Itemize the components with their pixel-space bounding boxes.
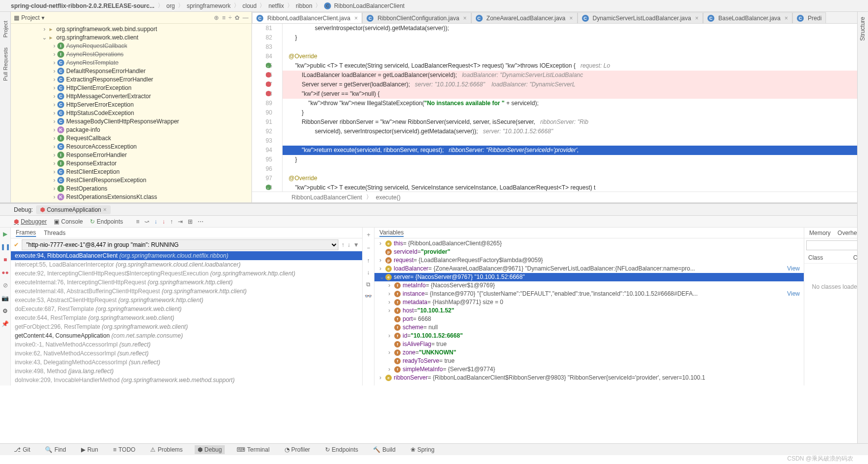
variable-row[interactable]: ›fhost = "10.100.1.52": [374, 307, 804, 315]
editor-tab[interactable]: CZoneAwareLoadBalancer.java×: [471, 12, 578, 23]
close-icon[interactable]: ×: [569, 15, 573, 22]
view-link[interactable]: View: [787, 265, 804, 273]
step-into-icon[interactable]: ↓: [154, 218, 157, 225]
tree-item[interactable]: ›IAsyncRequestCallback: [11, 41, 251, 50]
project-tool-tab[interactable]: Project: [1, 16, 9, 42]
variable-row[interactable]: ›fmetaInfo = {NacosServer$1@9769}: [374, 281, 804, 290]
locate-icon[interactable]: ⊕: [214, 14, 219, 21]
prev-frame-icon[interactable]: ↑: [341, 241, 344, 248]
status-problems[interactable]: ⚠Problems: [147, 445, 186, 454]
more-icon[interactable]: ⋯: [198, 218, 204, 225]
variable-row[interactable]: ›fmetadata = {HashMap@9771} size = 0: [374, 298, 804, 307]
editor-tab[interactable]: CRibbonLoadBalancerClient.java×: [252, 12, 362, 23]
step-out-icon[interactable]: ↑: [170, 218, 173, 225]
pull-requests-tab[interactable]: Pull Requests: [1, 42, 9, 86]
hide-icon[interactable]: —: [243, 14, 248, 21]
variable-row[interactable]: ›ethis = {RibbonLoadBalancerClient@8265}: [374, 239, 804, 248]
tree-item[interactable]: ›IAsyncRestOperations: [11, 50, 251, 58]
endpoints-tab[interactable]: ↻Endpoints: [90, 218, 123, 225]
stack-frame[interactable]: getContent:44, ConsumeApplication (com.n…: [11, 331, 362, 340]
threads-subtab[interactable]: Threads: [44, 230, 66, 236]
status-terminal[interactable]: ⌨Terminal: [234, 445, 272, 454]
variable-row[interactable]: ›fsimpleMetaInfo = {Server$1@9774}: [374, 365, 804, 374]
collapse-icon[interactable]: ÷: [228, 14, 232, 21]
resume-icon[interactable]: ▶: [3, 231, 7, 237]
evaluate-icon[interactable]: ⊞: [188, 218, 193, 225]
add-watch-icon[interactable]: ＋: [366, 231, 372, 239]
status-run[interactable]: ▶Run: [78, 445, 101, 454]
stack-frame[interactable]: intercept:55, LoadBalancerInterceptor (o…: [11, 260, 362, 269]
stack-frame[interactable]: doInvoke:209, InvocableHandlerMethod (or…: [11, 376, 362, 385]
editor-tab[interactable]: CDynamicServerListLoadBalancer.java×: [578, 12, 703, 23]
variable-row[interactable]: ⌄eserver = {NacosServer@9767} "10.100.1.…: [374, 273, 804, 281]
close-icon[interactable]: ×: [695, 15, 699, 22]
stack-frame[interactable]: execute:644, RestTemplate (org.springfra…: [11, 313, 362, 322]
force-step-icon[interactable]: ↓: [162, 218, 165, 225]
copy-icon[interactable]: ⧉: [366, 281, 371, 288]
tree-item[interactable]: ›KRestOperationsExtensionsKt.class: [11, 193, 251, 201]
frames-subtab[interactable]: Frames: [16, 229, 36, 237]
console-tab[interactable]: ▣Console: [54, 218, 83, 225]
next-frame-icon[interactable]: ↓: [347, 241, 350, 248]
close-icon[interactable]: ×: [463, 15, 467, 22]
status-debug[interactable]: ⬢Debug: [195, 445, 225, 454]
stack-frame[interactable]: doExecute:687, RestTemplate (org.springf…: [11, 305, 362, 313]
tree-item[interactable]: ›IRestOperations: [11, 184, 251, 193]
run-to-cursor-icon[interactable]: ⇥: [178, 218, 183, 225]
stack-frame[interactable]: execute:94, RibbonLoadBalancerClient (or…: [11, 251, 362, 260]
status-git[interactable]: ⎇Git: [11, 445, 33, 454]
tree-item[interactable]: ›CExtractingResponseErrorHandler: [11, 75, 251, 83]
down-icon[interactable]: ↓: [367, 269, 370, 276]
variable-row[interactable]: fisAliveFlag = true: [374, 340, 804, 348]
camera-icon[interactable]: 📷: [1, 295, 9, 302]
pause-icon[interactable]: ❚❚: [0, 243, 10, 250]
glasses-icon[interactable]: 👓: [365, 293, 372, 300]
memory-search[interactable]: [806, 240, 865, 250]
variable-row[interactable]: ›eribbonServer = {RibbonLoadBalancerClie…: [374, 374, 804, 382]
tree-item[interactable]: ›IResponseErrorHandler: [11, 151, 251, 159]
close-icon[interactable]: ×: [354, 15, 358, 22]
tree-item[interactable]: ›CDefaultResponseErrorHandler: [11, 67, 251, 75]
step-over-icon[interactable]: ⤻: [144, 218, 149, 225]
tree-item[interactable]: ›CHttpStatusCodeException: [11, 109, 251, 117]
editor-tab[interactable]: CPredi: [792, 12, 826, 23]
editor-tab[interactable]: CRibbonClientConfiguration.java×: [362, 12, 471, 23]
structure-tab[interactable]: Structure: [858, 12, 868, 46]
status-todo[interactable]: ≡TODO: [110, 445, 138, 454]
stack-frame[interactable]: getForObject:296, RestTemplate (org.spri…: [11, 322, 362, 331]
stack-frame[interactable]: invoke:43, DelegatingMethodAccessorImpl …: [11, 358, 362, 367]
variable-row[interactable]: ›prequest = {LoadBalancerRequestFactory$…: [374, 256, 804, 265]
step-list-icon[interactable]: ≡: [136, 218, 139, 225]
thread-select[interactable]: "http-nio-7777-exec-1"@8,447 in group "m…: [22, 239, 338, 250]
gutter[interactable]: 818283848586878889909192939495969798: [252, 24, 283, 192]
tree-item[interactable]: ›CRestClientResponseException: [11, 176, 251, 184]
expand-icon[interactable]: ≡: [222, 14, 225, 21]
tree-item[interactable]: ›CMessageBodyClientHttpResponseWrapper: [11, 117, 251, 125]
stack-frame[interactable]: invoke:498, Method (java.lang.reflect): [11, 367, 362, 376]
tree-item[interactable]: ›Kpackage-info: [11, 125, 251, 134]
settings-icon[interactable]: ✿: [235, 14, 240, 21]
mute-bp-icon[interactable]: ⊘: [3, 282, 8, 289]
tree-item[interactable]: ›IRequestCallback: [11, 134, 251, 142]
view-link[interactable]: View: [787, 290, 804, 298]
status-profiler[interactable]: ◔Profiler: [282, 445, 313, 454]
memory-tab[interactable]: Memory: [809, 230, 830, 236]
debugger-tab[interactable]: ⬢Debugger: [14, 218, 47, 225]
stack-frame[interactable]: invoke0:-1, NativeMethodAccessorImpl (su…: [11, 340, 362, 349]
tree-item[interactable]: ›CRestClientException: [11, 167, 251, 176]
source[interactable]: serverIntrospector(serviceId).getMetadat…: [283, 24, 868, 192]
tree-item[interactable]: ⌄▸org.springframework.web.client: [11, 33, 251, 41]
stack-frame[interactable]: executeInternal:76, InterceptingClientHt…: [11, 278, 362, 287]
variable-row[interactable]: ›eloadBalancer = {ZoneAwareLoadBalancer@…: [374, 265, 804, 273]
pin-icon[interactable]: 📌: [1, 320, 9, 327]
tree-item[interactable]: ›▸org.springframework.web.bind.support: [11, 25, 251, 33]
close-icon[interactable]: ×: [785, 15, 788, 22]
tree-item[interactable]: ›CAsyncRestTemplate: [11, 58, 251, 67]
variables-subtab[interactable]: Variables: [379, 229, 404, 237]
variable-row[interactable]: fscheme = null: [374, 323, 804, 332]
bc-root[interactable]: spring-cloud-netflix-ribbon-2.0.2.RELEAS…: [11, 2, 155, 9]
close-icon[interactable]: ×: [103, 206, 107, 213]
editor-tab[interactable]: CBaseLoadBalancer.java×: [703, 12, 792, 23]
variable-row[interactable]: freadyToServe = true: [374, 357, 804, 365]
tree-item[interactable]: ›CHttpServerErrorException: [11, 100, 251, 109]
